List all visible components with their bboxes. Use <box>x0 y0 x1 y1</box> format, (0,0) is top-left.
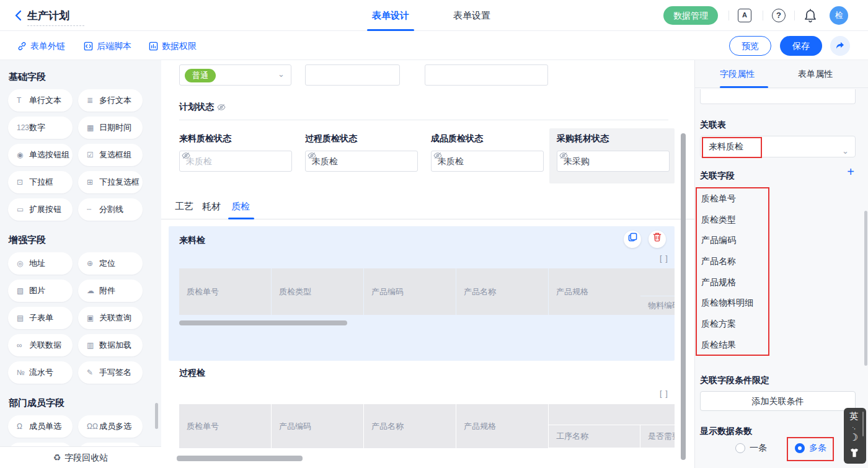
shirt-icon[interactable] <box>849 448 860 461</box>
share-button[interactable] <box>830 36 850 56</box>
column-header[interactable]: 产品规格 <box>456 404 548 448</box>
save-button[interactable]: 保存 <box>780 36 822 56</box>
delete-icon[interactable] <box>649 231 666 248</box>
horizontal-scrollbar[interactable] <box>177 456 303 461</box>
text-input-empty[interactable] <box>305 64 400 86</box>
horizontal-scrollbar[interactable] <box>179 320 347 325</box>
radio-many[interactable]: 多条 <box>795 443 826 454</box>
tab-process[interactable]: 工艺 <box>175 201 193 219</box>
related-field-item[interactable]: 质检结果 <box>697 335 768 356</box>
field-pill[interactable]: ▥数据加载 <box>78 334 143 356</box>
back-icon[interactable] <box>12 8 26 23</box>
field-pill[interactable]: ≣多行文本 <box>78 89 143 112</box>
data-manage-button[interactable]: 数据管理 <box>663 6 718 25</box>
canvas-vertical-scrollbar[interactable] <box>681 133 686 460</box>
incoming-inspection-subform[interactable]: 来料检 [ ] 质检单号质检类型产品编码产品名称产品规格 物料编码 <box>169 226 675 361</box>
field-pill[interactable]: ⊞下拉复选框 <box>78 171 143 193</box>
panel-scrollbar[interactable] <box>864 211 867 366</box>
field-pill[interactable]: ▧图片 <box>8 280 73 302</box>
field-pill[interactable]: ✎手写签名 <box>78 361 143 384</box>
field-pill[interactable]: ΩΩ成员多选 <box>78 415 143 438</box>
field-input[interactable]: 未质检 <box>179 151 292 172</box>
help-icon[interactable]: ? <box>772 9 786 22</box>
field-type-icon: ▭ <box>17 205 29 214</box>
column-header[interactable]: 是否需要 <box>640 425 675 448</box>
column-header[interactable]: 质检单号 <box>179 268 271 315</box>
incoming-inspection-status-field[interactable]: 来料质检状态 未质检 <box>179 133 305 172</box>
avatar[interactable]: 检 <box>830 6 848 25</box>
tab-quality[interactable]: 质检 <box>231 201 250 219</box>
related-field-item[interactable]: 质检物料明细 <box>697 293 768 314</box>
field-recycle-bin-button[interactable]: ♻字段回收站 <box>0 446 161 468</box>
purchase-material-status-field[interactable]: 采购耗材状态 未采购 <box>557 133 683 172</box>
field-pill[interactable]: ┄分割线 <box>78 198 143 221</box>
field-pill[interactable]: №流水号 <box>8 361 73 384</box>
group-header-empty[interactable] <box>549 404 675 425</box>
column-header[interactable]: 物料编码 <box>640 296 675 315</box>
field-pill[interactable]: ▤子表单 <box>8 307 73 329</box>
field-title-input[interactable] <box>700 89 856 104</box>
bell-icon[interactable] <box>804 8 817 23</box>
related-field-item[interactable]: 产品规格 <box>697 272 768 293</box>
finished-inspection-status-field[interactable]: 成品质检状态 未质检 <box>431 133 557 172</box>
field-input[interactable]: 未采购 <box>557 151 670 172</box>
field-pill[interactable]: ⊕定位 <box>78 252 143 275</box>
field-pill[interactable]: Ω成员单选 <box>8 415 73 438</box>
related-field-item[interactable]: 质检方案 <box>697 314 768 335</box>
enhanced-fields-section: 增强字段 ◎地址 ⊕定位 ▧图片 ☁附件 ▤子表单 ▣关联查询 ∞关联数据 ▥数… <box>0 234 161 386</box>
column-header[interactable]: 产品编码 <box>364 268 456 315</box>
moon-icon[interactable]: ☽ <box>844 431 864 443</box>
tab-field-properties[interactable]: 字段属性 <box>720 60 755 88</box>
ime-language-indicator[interactable]: 英 <box>844 411 864 422</box>
field-pill[interactable]: T单行文本 <box>8 89 73 112</box>
field-pill[interactable]: ☑复选框组 <box>78 144 143 166</box>
data-permission-button[interactable]: 数据权限 <box>149 32 197 60</box>
add-field-plus-icon[interactable]: + <box>847 166 854 178</box>
radio-one[interactable]: 一条 <box>735 443 767 454</box>
column-header[interactable]: 工序名称 <box>549 425 640 448</box>
field-pill[interactable]: ◎地址 <box>8 252 73 275</box>
field-pill[interactable]: ▣关联查询 <box>78 307 143 329</box>
sidebar-scrollbar[interactable] <box>155 403 158 429</box>
field-pill[interactable]: ∞关联数据 <box>8 334 73 356</box>
preview-button[interactable]: 预览 <box>729 36 771 56</box>
column-header[interactable]: 产品名称 <box>456 268 548 315</box>
expand-icon[interactable]: [ ] <box>660 254 668 263</box>
copy-icon[interactable] <box>624 231 641 248</box>
column-header[interactable]: 质检单号 <box>179 404 271 448</box>
field-input[interactable]: 未质检 <box>431 151 544 172</box>
group-header-empty[interactable] <box>640 268 675 296</box>
field-pill[interactable]: ☁附件 <box>78 280 143 302</box>
ime-punctuation-indicator[interactable]: ·, <box>844 424 864 430</box>
backend-script-button[interactable]: 后端脚本 <box>84 32 131 60</box>
ime-toolbar[interactable]: 英 ·, ☽ <box>844 408 866 464</box>
related-field-item[interactable]: 质检类型 <box>697 210 768 231</box>
tab-form-design[interactable]: 表单设计 <box>372 0 409 31</box>
field-input[interactable]: 未质检 <box>305 151 418 172</box>
related-table-select[interactable]: 来料质检 ⌄ <box>700 136 856 157</box>
field-pill[interactable]: ▭扩展按钮 <box>8 198 73 221</box>
related-field-item[interactable]: 产品名称 <box>697 251 768 272</box>
address-book-icon[interactable]: A <box>738 9 751 22</box>
external-link-button[interactable]: 表单外链 <box>17 32 65 60</box>
type-select[interactable]: 普通 ⌄ <box>179 64 291 86</box>
related-field-item[interactable]: 产品编码 <box>697 230 768 251</box>
expand-icon[interactable]: [ ] <box>660 389 668 398</box>
column-header[interactable]: 质检类型 <box>272 268 363 315</box>
tab-material[interactable]: 耗材 <box>202 201 221 219</box>
tab-form-properties[interactable]: 表单属性 <box>798 60 833 88</box>
column-header[interactable]: 产品规格 <box>549 268 640 315</box>
related-field-item[interactable]: 质检单号 <box>697 188 768 210</box>
column-header[interactable]: 产品名称 <box>364 404 456 448</box>
tab-form-settings[interactable]: 表单设置 <box>453 0 490 31</box>
process-inspection-status-field[interactable]: 过程质检状态 未质检 <box>305 133 431 172</box>
field-pill[interactable]: 123数字 <box>8 117 73 139</box>
column-header[interactable]: 产品编码 <box>272 404 363 448</box>
field-pill[interactable]: ◉单选按钮组 <box>8 144 73 166</box>
plan-status-field[interactable]: 计划状态 <box>179 101 226 113</box>
text-input-empty[interactable] <box>425 64 548 86</box>
field-pill[interactable]: ⊡下拉框 <box>8 171 73 193</box>
add-condition-button[interactable]: 添加关联条件 <box>700 391 856 411</box>
field-label: 过程质检状态 <box>305 133 431 144</box>
field-pill[interactable]: ▦日期时间 <box>78 117 143 139</box>
